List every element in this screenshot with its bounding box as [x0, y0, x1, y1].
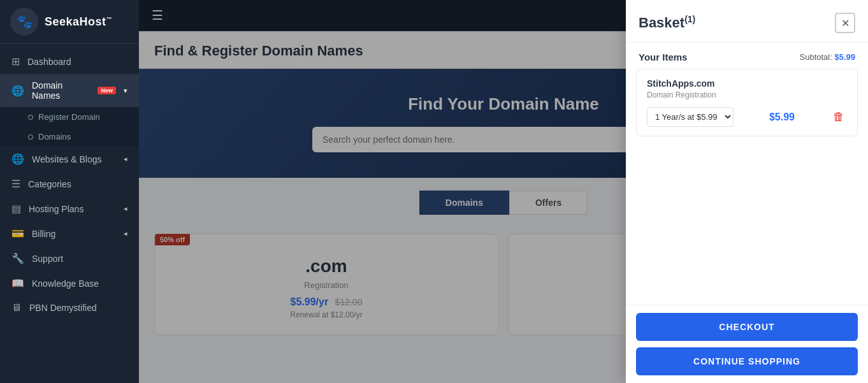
categories-icon: ☰	[11, 178, 20, 190]
basket-header: Basket(1) ✕	[626, 0, 868, 43]
hosting-icon: ▤	[11, 203, 21, 215]
sidebar-item-websites-blogs[interactable]: 🌐 Websites & Blogs ◂	[0, 147, 139, 171]
logo-icon: 🐾	[10, 8, 38, 36]
basket-panel: Basket(1) ✕ Your Items Subtotal: $5.99 S…	[626, 0, 868, 383]
sidebar-item-knowledge-base[interactable]: 📖 Knowledge Base	[0, 271, 139, 296]
sidebar-item-hosting-plans[interactable]: ▤ Hosting Plans ◂	[0, 196, 139, 221]
basket-items-header: Your Items Subtotal: $5.99	[626, 43, 868, 69]
item-delete-button[interactable]: 🗑	[830, 110, 847, 124]
basket-title: Basket(1)	[639, 14, 695, 31]
knowledge-icon: 📖	[11, 277, 24, 289]
sidebar-item-register-domain[interactable]: Register Domain	[0, 107, 139, 127]
sidebar-item-support[interactable]: 🔧 Support	[0, 246, 139, 271]
item-name: StitchApps.com	[647, 78, 847, 89]
item-price: $5.99	[769, 112, 795, 123]
item-controls: 1 Year/s at $5.99 $5.99 🗑	[647, 107, 847, 127]
basket-actions: CHECKOUT CONTINUE SHOPPING	[626, 305, 868, 383]
chevron-icon: ▾	[124, 87, 127, 95]
sidebar-item-billing[interactable]: 💳 Billing ◂	[0, 221, 139, 246]
checkout-button[interactable]: CHECKOUT	[636, 313, 858, 341]
period-select[interactable]: 1 Year/s at $5.99	[647, 107, 734, 127]
dot-icon	[28, 115, 33, 120]
sidebar: 🐾 SeekaHost™ ⊞ Dashboard 🌐 Domain Names …	[0, 0, 139, 383]
chevron-icon: ◂	[124, 229, 127, 238]
sidebar-item-dashboard[interactable]: ⊞ Dashboard	[0, 49, 139, 74]
sidebar-item-domain-names[interactable]: 🌐 Domain Names New ▾	[0, 74, 139, 107]
subtotal-label: Subtotal: $5.99	[800, 52, 856, 62]
your-items-label: Your Items	[639, 52, 687, 62]
main-content: ☰ Find & Register Domain Names Find Your…	[139, 0, 868, 383]
billing-icon: 💳	[11, 228, 24, 240]
dot-icon	[28, 134, 33, 140]
chevron-icon: ◂	[124, 205, 127, 213]
chevron-icon: ◂	[124, 155, 127, 163]
websites-icon: 🌐	[11, 153, 24, 165]
sidebar-item-categories[interactable]: ☰ Categories	[0, 171, 139, 196]
support-icon: 🔧	[11, 252, 24, 264]
basket-count: (1)	[684, 14, 695, 24]
logo-area: 🐾 SeekaHost™	[0, 0, 139, 44]
item-type: Domain Registration	[647, 90, 847, 99]
subtotal-price: $5.99	[834, 52, 855, 62]
sidebar-item-pbn-demystified[interactable]: 🖥 PBN Demystified	[0, 296, 139, 320]
logo-text: SeekaHost™	[45, 15, 112, 29]
sidebar-navigation: ⊞ Dashboard 🌐 Domain Names New ▾ Registe…	[0, 44, 139, 383]
domain-names-icon: 🌐	[11, 85, 24, 97]
continue-shopping-button[interactable]: CONTINUE SHOPPING	[636, 347, 858, 375]
dashboard-icon: ⊞	[11, 55, 20, 68]
sidebar-item-domains[interactable]: Domains	[0, 127, 139, 147]
basket-close-button[interactable]: ✕	[835, 13, 855, 33]
new-badge: New	[98, 87, 116, 94]
pbn-icon: 🖥	[11, 302, 22, 314]
basket-item-card: StitchApps.com Domain Registration 1 Yea…	[636, 69, 858, 136]
domain-sub-nav: Register Domain Domains	[0, 107, 139, 147]
